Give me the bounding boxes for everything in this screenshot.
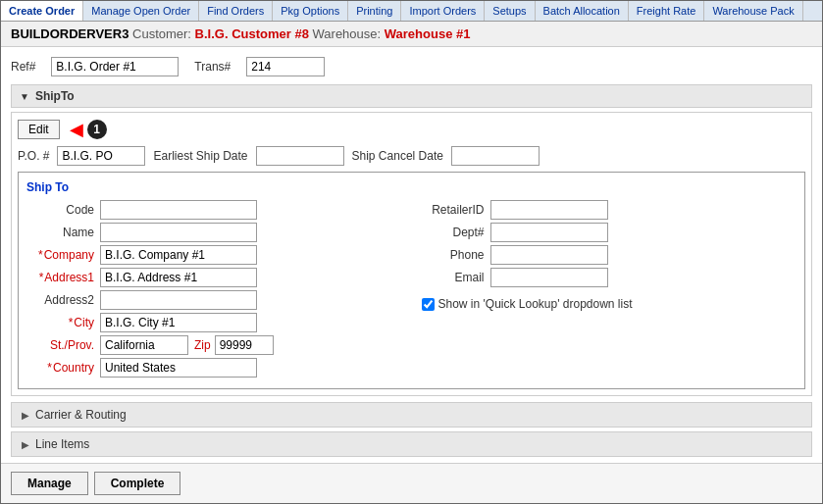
nav-freight-rate[interactable]: Freight Rate: [629, 1, 705, 21]
ship-left-col: Code Name Company: [26, 200, 402, 380]
title-bar: BuildOrderVer3 Customer: B.I.G. Customer…: [1, 22, 822, 47]
earliest-ship-input[interactable]: [256, 146, 344, 166]
edit-button[interactable]: Edit: [18, 120, 60, 139]
po-label: P.O. #: [18, 149, 49, 163]
country-input[interactable]: [100, 358, 257, 378]
retailer-row: RetailerID: [422, 200, 797, 220]
shipto-section: ▼ ShipTo Edit ◀ 1 P.O. # Earliest Ship D…: [11, 84, 812, 396]
warehouse-value: Warehouse #1: [385, 26, 471, 41]
quick-lookup-row: Show in 'Quick Lookup' dropdown list: [422, 297, 797, 311]
ship-to-title: Ship To: [26, 180, 797, 194]
manage-button[interactable]: Manage: [11, 472, 88, 495]
nav-batch-allocation[interactable]: Batch Allocation: [536, 1, 629, 21]
name-row: Name: [26, 223, 402, 242]
phone-label: Phone: [422, 248, 490, 262]
edit-row: Edit ◀ 1: [18, 119, 805, 140]
nav-import-orders[interactable]: Import Orders: [401, 1, 485, 21]
address2-row: Address2: [26, 290, 402, 310]
trans-label: Trans#: [194, 60, 231, 74]
line-items-arrow: ▶: [22, 439, 29, 450]
company-row: Company: [26, 245, 402, 265]
bottom-bar: Manage Complete: [1, 463, 822, 503]
ship-cancel-label: Ship Cancel Date: [352, 149, 443, 163]
quick-lookup-checkbox[interactable]: [422, 298, 435, 311]
state-zip-row: St./Prov. Zip: [26, 335, 402, 355]
phone-row: Phone: [422, 245, 797, 265]
dept-row: Dept#: [422, 223, 797, 242]
code-input[interactable]: [100, 200, 257, 220]
line-items-label: Line Items: [35, 437, 89, 451]
app-title: BuildOrderVer3: [11, 26, 129, 41]
state-input[interactable]: [100, 335, 188, 355]
carrier-routing-section[interactable]: ▶ Carrier & Routing: [11, 402, 812, 428]
shipto-arrow: ▼: [20, 91, 29, 102]
customer-value: B.I.G. Customer #8: [195, 26, 309, 41]
city-label: City: [26, 316, 100, 329]
earliest-ship-label: Earliest Ship Date: [153, 149, 247, 163]
nav-bar: Create Order Manage Open Order Find Orde…: [1, 1, 822, 22]
city-row: City: [26, 313, 402, 332]
address1-input[interactable]: [100, 268, 257, 287]
carrier-routing-arrow: ▶: [22, 410, 29, 421]
address1-row: Address1: [26, 268, 402, 287]
nav-pkg-options[interactable]: Pkg Options: [273, 1, 348, 21]
dept-label: Dept#: [422, 226, 490, 239]
ref-input[interactable]: [51, 57, 179, 76]
address2-label: Address2: [26, 293, 100, 307]
nav-warehouse-pack[interactable]: Warehouse Pack: [704, 1, 802, 21]
nav-create-order[interactable]: Create Order: [1, 1, 83, 21]
po-row: P.O. # Earliest Ship Date Ship Cancel Da…: [18, 146, 805, 166]
retailer-input[interactable]: [490, 200, 608, 220]
city-input[interactable]: [100, 313, 257, 332]
phone-input[interactable]: [490, 245, 608, 265]
nav-manage-open-order[interactable]: Manage Open Order: [83, 1, 199, 21]
annotation: ◀ 1: [70, 119, 107, 140]
line-items-section[interactable]: ▶ Line Items: [11, 431, 812, 457]
email-label: Email: [422, 271, 490, 284]
quick-lookup-label: Show in 'Quick Lookup' dropdown list: [438, 297, 633, 311]
red-arrow-icon: ◀: [70, 119, 83, 140]
name-input[interactable]: [100, 223, 257, 242]
main-content: Ref# Trans# ▼ ShipTo Edit ◀ 1: [1, 47, 822, 459]
email-input[interactable]: [490, 268, 608, 287]
retailer-label: RetailerID: [422, 203, 490, 217]
ship-cancel-input[interactable]: [451, 146, 540, 166]
nav-setups[interactable]: Setups: [485, 1, 535, 21]
app-window: Create Order Manage Open Order Find Orde…: [0, 0, 823, 504]
nav-printing[interactable]: Printing: [348, 1, 401, 21]
shipto-label: ShipTo: [35, 89, 75, 103]
zip-input[interactable]: [215, 335, 274, 355]
code-label: Code: [26, 203, 100, 217]
st-prov-label: St./Prov.: [26, 338, 100, 352]
address2-input[interactable]: [100, 290, 257, 310]
ref-label: Ref#: [11, 60, 35, 74]
country-label: Country: [26, 361, 100, 375]
ship-form: Code Name Company: [26, 200, 797, 380]
ref-row: Ref# Trans#: [11, 57, 812, 76]
shipto-body: Edit ◀ 1 P.O. # Earliest Ship Date Ship …: [11, 112, 812, 396]
address1-label: Address1: [26, 271, 100, 284]
complete-button[interactable]: Complete: [94, 472, 181, 495]
customer-label: Customer:: [132, 26, 195, 41]
dept-input[interactable]: [490, 223, 608, 242]
ship-to-box: Ship To Code Name: [18, 172, 805, 389]
zip-label: Zip: [194, 338, 211, 352]
po-input[interactable]: [57, 146, 145, 166]
carrier-routing-label: Carrier & Routing: [35, 408, 127, 422]
company-label: Company: [26, 248, 100, 262]
shipto-header[interactable]: ▼ ShipTo: [11, 84, 812, 108]
code-row: Code: [26, 200, 402, 220]
warehouse-label: Warehouse:: [313, 26, 385, 41]
ship-right-col: RetailerID Dept# Phone: [422, 200, 797, 380]
name-label: Name: [26, 226, 100, 239]
annotation-number: 1: [87, 120, 107, 139]
trans-input[interactable]: [246, 57, 325, 76]
nav-find-orders[interactable]: Find Orders: [199, 1, 273, 21]
email-row: Email: [422, 268, 797, 287]
company-input[interactable]: [100, 245, 257, 265]
country-row: Country: [26, 358, 402, 378]
